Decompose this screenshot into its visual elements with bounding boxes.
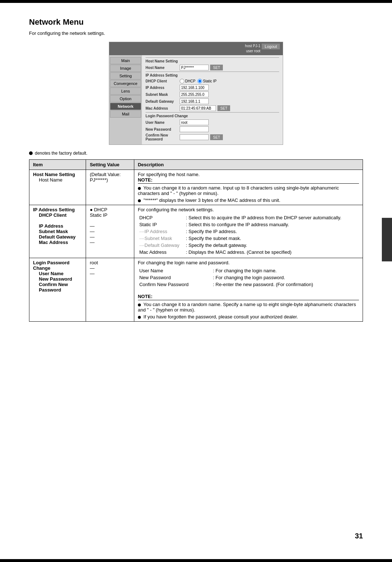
login-note-label: NOTE: <box>138 294 359 299</box>
username-label: User Name <box>146 121 178 125</box>
ip-dash4: — <box>90 240 130 245</box>
nav-option[interactable]: Option <box>110 95 141 102</box>
dhcp-label: DHCP Client <box>146 79 178 83</box>
ip-mac-item: Mac Address <box>33 240 82 245</box>
newpw-row: New Password <box>146 126 279 132</box>
ip-desc-dhcp-text: : Select this to acquire the IP address … <box>185 215 358 221</box>
login-desc-table: User Name : For changing the login name.… <box>138 267 359 288</box>
ui-nav: Main Image Setting Convergence Lens Opti… <box>109 55 142 144</box>
dhcp-radio[interactable] <box>180 79 184 84</box>
ip-address-row: IP Address <box>146 85 279 90</box>
static-radio[interactable] <box>197 79 202 84</box>
login-desc-main: For changing the login name and password… <box>138 260 359 265</box>
ui-form: Host Name Setting Host Name SET IP Addre… <box>142 55 283 144</box>
login-desc-newpw-row: New Password : For changing the login pa… <box>139 274 358 281</box>
nav-network[interactable]: Network <box>110 103 141 110</box>
ui-header-info: host PJ-1 user root <box>112 44 260 54</box>
login-set-button[interactable]: SET <box>210 134 223 140</box>
hostname-item-sub: Host Name <box>33 177 82 183</box>
dhcp-option-label: DHCP <box>185 79 195 83</box>
hostname-note-line <box>138 183 359 184</box>
ip-item-cell: IP Address Setting DHCP Client IP Addres… <box>29 205 86 258</box>
nav-convergence[interactable]: Convergence <box>110 80 141 87</box>
login-bullet2: If you have forgotten the password, plea… <box>138 314 359 319</box>
login-bullet2-text: If you have forgotten the password, plea… <box>143 314 298 319</box>
info-table: Item Setting Value Description Host Name… <box>29 159 363 322</box>
username-input[interactable] <box>180 119 209 125</box>
static-option-label: Static IP <box>203 79 216 83</box>
dhcp-radio-label[interactable]: DHCP <box>180 79 195 84</box>
login-bullet1-text: You can change it to a random name. Spec… <box>138 302 356 313</box>
page-number: 31 <box>355 532 363 540</box>
ip-set-button[interactable]: SET <box>217 105 230 111</box>
ip-desc-subnet-text: : Specify the subnet mask. <box>185 235 358 241</box>
ip-desc-ip-label: ····IP Address <box>139 228 184 235</box>
login-desc-newpw-label: New Password <box>139 274 212 281</box>
ip-address-label: IP Address <box>146 86 178 90</box>
nav-setting[interactable]: Setting <box>110 72 141 80</box>
static-radio-label[interactable]: Static IP <box>197 79 216 84</box>
ip-desc-cell: For configuring the network settings. DH… <box>134 205 363 258</box>
hostname-bullet2: "******" displays the lower 3 bytes of t… <box>138 197 359 203</box>
table-row-ip: IP Address Setting DHCP Client IP Addres… <box>29 205 363 258</box>
hostname-setting-value: (Default Value: PJ******) <box>90 172 130 183</box>
col-item: Item <box>29 160 86 170</box>
ip-dash1: — <box>90 223 130 229</box>
login-bullet1-dot <box>138 304 141 306</box>
ip-ip-item: IP Address <box>33 223 82 229</box>
ui-screenshot: host PJ-1 user root Logout Main Image Se… <box>109 42 283 145</box>
login-confirm-item: Confirm New Password <box>33 282 82 293</box>
nav-image[interactable]: Image <box>110 65 141 72</box>
ip-desc-subnet-row: ····Subnet Mask : Specify the subnet mas… <box>139 235 358 241</box>
factory-note-text: denotes the factory default. <box>35 151 87 156</box>
host-set-button[interactable]: SET <box>210 65 223 70</box>
login-desc-newpw-text: : For changing the login password. <box>212 274 358 281</box>
ip-desc-ip-text: : Specify the IP address. <box>185 228 358 235</box>
mac-input[interactable] <box>180 105 216 111</box>
ip-dash3: — <box>90 234 130 240</box>
login-newpw-item: New Password <box>33 276 82 282</box>
gateway-input[interactable] <box>180 98 209 104</box>
ip-desc-gateway-label: ····Default Gateway <box>139 242 184 248</box>
nav-mail[interactable]: Mail <box>110 110 141 118</box>
ip-desc-gateway-row: ····Default Gateway : Specify the defaul… <box>139 242 358 248</box>
host-name-input[interactable] <box>180 65 209 70</box>
subnet-row: Subnet Mask <box>146 91 279 97</box>
page-container: Network Menu For configuring the network… <box>0 0 392 562</box>
newpw-input[interactable] <box>180 126 209 132</box>
hostname-setting-cell: (Default Value: PJ******) <box>86 170 134 205</box>
hostname-bullet2-text: "******" displays the lower 3 bytes of t… <box>143 197 280 203</box>
nav-lens[interactable]: Lens <box>110 87 141 95</box>
top-bar <box>0 0 392 3</box>
ip-subnet-item: Subnet Mask <box>33 229 82 234</box>
factory-note: denotes the factory default. <box>29 151 363 156</box>
hostname-bullet1-dot <box>138 187 141 190</box>
mac-label: Mac Address <box>146 106 178 110</box>
col-desc: Description <box>134 160 363 170</box>
confirmpw-row: Confirm New Password SET <box>146 133 279 141</box>
ip-desc-static-row: Static IP : Select this to configure the… <box>139 221 358 228</box>
ip-desc-subnet-label: ····Subnet Mask <box>139 235 184 241</box>
hostname-desc-cell: For specifying the host name. NOTE: You … <box>134 170 363 205</box>
ip-address-input[interactable] <box>180 85 209 90</box>
nav-main[interactable]: Main <box>110 57 141 64</box>
ip-desc-ip-row: ····IP Address : Specify the IP address. <box>139 228 358 235</box>
gateway-label: Default Gateway <box>146 99 178 103</box>
login-desc-confirm-row: Confirm New Password : Re-enter the new … <box>139 281 358 288</box>
logout-button[interactable]: Logout <box>262 44 280 49</box>
hostname-item-cell: Host Name Setting Host Name <box>29 170 86 205</box>
bottom-bar <box>0 559 392 562</box>
confirmpw-label: Confirm New Password <box>146 133 178 141</box>
ip-static-setting: Static IP <box>90 212 130 218</box>
ip-desc-main: For configuring the network settings. <box>138 207 359 212</box>
login-desc-user-row: User Name : For changing the login name. <box>139 268 358 274</box>
main-content: Network Menu For configuring the network… <box>0 3 392 351</box>
user-label: user root <box>246 49 260 54</box>
section-desc: For configuring the network settings. <box>29 30 363 36</box>
confirmpw-input[interactable] <box>180 134 209 140</box>
hostname-bullet2-dot <box>138 199 141 202</box>
ip-item-header: IP Address Setting <box>33 207 82 212</box>
subnet-input[interactable] <box>180 91 209 97</box>
host-name-label: Host Name <box>146 66 178 70</box>
section-title: Network Menu <box>29 17 363 27</box>
